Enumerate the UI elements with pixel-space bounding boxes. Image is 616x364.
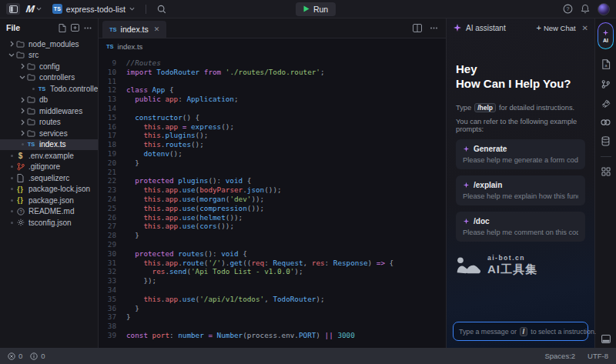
line-number: 21 <box>99 168 126 177</box>
tree-item-config[interactable]: config <box>0 61 98 72</box>
code-text: class App { <box>126 85 174 95</box>
rail-panel-bottom-button[interactable] <box>601 335 611 343</box>
folder-icon <box>26 130 36 137</box>
plus-icon: + <box>536 23 541 32</box>
user-avatar[interactable] <box>598 3 610 15</box>
tree-item-label: config <box>39 62 60 71</box>
help-command-chip[interactable]: /help <box>474 103 496 112</box>
rail-source-control-button[interactable] <box>601 79 610 89</box>
code-text: this.app.use(cors()); <box>126 222 234 231</box>
indentation-setting[interactable]: Spaces:2 <box>544 352 575 360</box>
rail-docs-button[interactable]: a <box>601 59 611 69</box>
prompt-card-explain[interactable]: /explainPlease help me explain how this … <box>456 175 585 205</box>
database-icon <box>601 136 610 146</box>
code-text: this.routes(); <box>126 140 204 149</box>
tree-item-db[interactable]: db <box>0 95 98 106</box>
line-number: 11 <box>99 77 126 86</box>
line-number: 9 <box>99 58 126 68</box>
breadcrumb[interactable]: TS index.ts <box>99 38 446 54</box>
code-line: 12class App { <box>99 85 446 95</box>
project-ts-badge: TS <box>52 4 62 14</box>
tree-item-tsconfig-json[interactable]: tsconfig.json <box>0 217 98 229</box>
ai-assistant-panel: AI assistant + New Chat ✕ Hey How Can I … <box>446 18 594 348</box>
project-switcher[interactable]: TS express-todo-list <box>52 4 135 14</box>
more-actions-icon[interactable] <box>84 27 92 29</box>
code-text: import TodoRouter from './routes/Todo.ro… <box>126 68 325 77</box>
sidebar-toggle-button[interactable] <box>6 3 20 15</box>
tree-item-controllers[interactable]: controllers <box>0 72 98 84</box>
folder-icon <box>26 74 36 81</box>
notifications-button[interactable] <box>581 4 590 14</box>
code-text: constructor() { <box>126 113 199 122</box>
tree-item--env-example[interactable]: $.env.example <box>0 150 98 162</box>
folder-icon <box>15 41 25 48</box>
tree-item-readme-md[interactable]: ?README.md <box>0 206 98 218</box>
tree-item-label: package.json <box>28 196 74 205</box>
tree-item--gitignore[interactable]: .gitignore <box>0 162 98 173</box>
chevron-down-icon <box>36 7 42 11</box>
rail-deploy-rocket-button[interactable] <box>601 99 611 109</box>
rail-apps-grid-button[interactable] <box>601 167 611 176</box>
tree-item-label: Todo.controller.ts <box>50 85 98 93</box>
rail-database-button[interactable] <box>601 136 610 146</box>
new-folder-icon[interactable] <box>71 24 79 32</box>
problems-info[interactable]: 0 <box>30 352 45 360</box>
line-number: 23 <box>99 185 126 195</box>
code-line: 30 protected routes(): void { <box>99 249 446 259</box>
tree-item-todo-controller-ts[interactable]: TSTodo.controller.ts <box>0 83 98 95</box>
tree-item-services[interactable]: services <box>0 128 98 139</box>
chevron-right-icon <box>8 41 15 47</box>
file-icon <box>15 174 25 182</box>
line-number: 15 <box>99 113 126 122</box>
chevron-down-icon <box>129 7 135 11</box>
tree-item-label: README.md <box>28 207 74 215</box>
problems-errors[interactable]: 0 <box>8 352 22 360</box>
tree-item-src[interactable]: src <box>0 50 98 62</box>
code-editor[interactable]: 9//Routes10import TodoRouter from './rou… <box>99 54 446 348</box>
help-button[interactable]: ? <box>563 4 573 14</box>
editor-more-icon[interactable] <box>430 27 438 29</box>
prompt-card-doc[interactable]: /docPlease help me comment on this code. <box>456 212 585 242</box>
sparkle-icon <box>463 182 470 189</box>
tree-item-node-modules[interactable]: node_modules <box>0 38 98 50</box>
tree-item--sequelizerc[interactable]: .sequelizerc <box>0 172 98 184</box>
new-file-icon[interactable] <box>59 24 66 32</box>
tree-item-middlewares[interactable]: middlewares <box>0 105 98 117</box>
encoding-setting[interactable]: UTF-8 <box>588 352 608 360</box>
tree-item-index-ts[interactable]: TSindex.ts <box>0 139 98 151</box>
code-text: this.app = express(); <box>126 122 234 132</box>
tree-item-routes[interactable]: routes <box>0 117 98 129</box>
new-chat-button[interactable]: + New Chat <box>536 23 575 32</box>
tree-item-package-json[interactable]: {}package.json <box>0 195 98 206</box>
code-line: 29 <box>99 240 446 249</box>
ai-panel-header: AI assistant + New Chat ✕ <box>447 18 594 37</box>
tab-index-ts[interactable]: TS index.ts ✕ <box>102 21 166 38</box>
watermark-small-text: ai-bot.cn <box>487 254 537 262</box>
rail-link-button[interactable] <box>601 119 611 126</box>
line-number: 34 <box>99 286 126 295</box>
tree-item-package-lock-json[interactable]: {}package-lock.json <box>0 184 98 195</box>
prompt-card-generate[interactable]: GeneratePlease help me generate a form c… <box>456 139 585 169</box>
code-line: 36 } <box>99 304 446 313</box>
source-control-icon <box>601 79 610 89</box>
topbar-divider <box>146 5 146 14</box>
panel-bottom-icon <box>601 335 611 343</box>
app-menu-button[interactable]: M <box>26 3 42 15</box>
split-editor-icon[interactable] <box>413 24 422 32</box>
line-number: 32 <box>99 267 126 276</box>
run-button[interactable]: Run <box>296 2 336 16</box>
code-line: 10import TodoRouter from './routes/Todo.… <box>99 68 446 77</box>
tab-close-icon[interactable]: ✕ <box>154 25 160 33</box>
chevron-right-icon <box>18 63 26 69</box>
prompt-description: Please help me generate a form code. <box>463 156 578 164</box>
line-number: 16 <box>99 122 126 132</box>
chevron-right-icon <box>21 108 25 114</box>
ai-message-input[interactable]: Type a message or / to select a instruct… <box>453 322 588 341</box>
folder-icon <box>26 63 36 70</box>
code-text: this.app.use('/api/v1/todos', TodoRouter… <box>126 295 325 304</box>
rail-ai-button[interactable]: AI <box>598 22 614 49</box>
search-button[interactable] <box>157 5 166 14</box>
ai-panel-close-icon[interactable]: ✕ <box>582 24 588 32</box>
sparkle-icon <box>463 218 470 225</box>
tree-item-label: middlewares <box>39 107 82 115</box>
